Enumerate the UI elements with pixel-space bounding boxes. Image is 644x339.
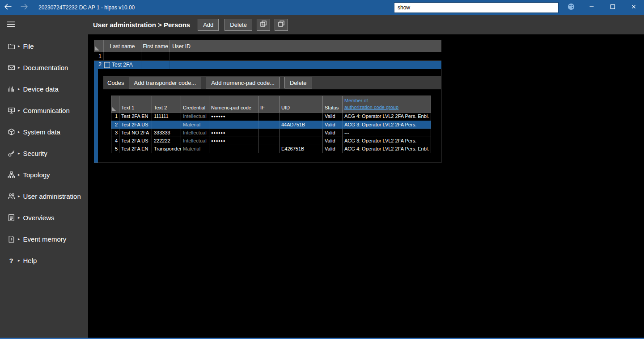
cell-status[interactable]: Valid (323, 121, 343, 129)
cell-text1[interactable]: Test 2FA US (119, 121, 152, 129)
code-row-4[interactable]: 4 Test 2FA US 222222 Intellectual ●●●●●●… (111, 137, 431, 145)
cell-text1[interactable]: Test 2FA US (119, 137, 152, 145)
cell-numeric-pad-code[interactable] (209, 121, 258, 129)
member-link-line2[interactable]: authorization code group (344, 104, 431, 111)
sidebar-item-device-data[interactable]: ▸ Device data (0, 78, 88, 100)
theme-button[interactable] (561, 0, 581, 15)
forward-button[interactable] (16, 0, 32, 15)
cell-credential[interactable]: Intellectual (181, 113, 209, 121)
menu-toggle-button[interactable] (0, 15, 88, 35)
row-number[interactable]: 1 (111, 113, 119, 121)
select-all-corner[interactable] (111, 96, 119, 112)
row-number[interactable]: 4 (111, 137, 119, 145)
row-number[interactable]: 1 (94, 52, 104, 60)
search-input[interactable] (394, 2, 559, 13)
cell-uid[interactable] (280, 129, 323, 137)
delete-code-button[interactable]: Delete (284, 77, 312, 88)
cell-if[interactable] (258, 137, 280, 145)
sidebar-item-file[interactable]: ▸ File (0, 35, 88, 57)
maximize-button[interactable] (602, 0, 623, 15)
sidebar-item-user-administration[interactable]: ▸ User administration (0, 185, 88, 207)
cell-member[interactable]: ACG 4: Operator LVL2 2FA Pers. Enbl. (343, 145, 431, 153)
cell-last-name[interactable]: − Test 2FA (104, 61, 141, 69)
column-header-status[interactable]: Status (323, 96, 343, 112)
row-number[interactable]: 2 (94, 61, 104, 69)
cell-first-name[interactable] (141, 61, 170, 69)
cell-status[interactable]: Valid (323, 113, 343, 121)
cell-member[interactable]: ACG 3: Operator LVL2 2FA Pers. (343, 137, 431, 145)
column-header-user-id[interactable]: User ID (170, 40, 193, 52)
cell-text1[interactable]: Test 2FA EN (119, 113, 152, 121)
sidebar-item-security[interactable]: ▸ Security (0, 142, 88, 164)
cell-credential[interactable]: Intellectual (181, 129, 209, 137)
column-header-numeric-pad-code[interactable]: Numeric-pad code (209, 96, 258, 112)
copy-all-button[interactable] (275, 19, 288, 31)
cell-text2[interactable]: Transponder (152, 145, 181, 153)
add-person-button[interactable]: Add (198, 19, 219, 31)
code-row-5[interactable]: 5 Test 2FA EN Transponder Material E4267… (111, 145, 431, 153)
column-header-last-name[interactable]: Last name (104, 40, 141, 52)
sidebar-item-event-memory[interactable]: ▸ Event memory (0, 228, 88, 250)
cell-numeric-pad-code[interactable]: ●●●●●● (209, 113, 258, 121)
minimize-button[interactable] (581, 0, 602, 15)
cell-numeric-pad-code[interactable] (209, 145, 258, 153)
row-number[interactable]: 5 (111, 145, 119, 153)
persons-row-2[interactable]: 2 − Test 2FA (94, 61, 441, 69)
cell-credential[interactable]: Material (181, 145, 209, 153)
sidebar-item-topology[interactable]: ▸ Topology (0, 164, 88, 185)
cell-text2[interactable]: 222222 (152, 137, 181, 145)
column-header-credential[interactable]: Credential (181, 96, 209, 112)
cell-member[interactable]: ACG 4: Operator LVL2 2FA Pers. Enbl. (343, 113, 431, 121)
cell-text2[interactable]: 333333 (152, 129, 181, 137)
code-row-2[interactable]: 2 Test 2FA US Material 44AD751B Valid AC… (111, 121, 431, 129)
column-header-member-link[interactable]: Member of authorization code group (343, 96, 431, 112)
row-number[interactable]: 2 (111, 121, 119, 129)
cell-uid[interactable]: 44AD751B (280, 121, 323, 129)
cell-user-id[interactable] (170, 52, 193, 60)
select-all-corner[interactable] (94, 40, 104, 52)
cell-text1[interactable]: Test NO 2FA (119, 129, 152, 137)
cell-text1[interactable]: Test 2FA EN (119, 145, 152, 153)
sidebar-item-overviews[interactable]: ▸ Overviews (0, 207, 88, 228)
cell-if[interactable] (258, 113, 280, 121)
cell-if[interactable] (258, 121, 280, 129)
add-numeric-pad-code-button[interactable]: Add numeric-pad code... (206, 77, 280, 88)
close-button[interactable] (623, 0, 644, 15)
column-header-uid[interactable]: UID (280, 96, 323, 112)
cell-if[interactable] (258, 129, 280, 137)
cell-uid[interactable] (280, 113, 323, 121)
cell-status[interactable]: Valid (323, 129, 343, 137)
member-link-line1[interactable]: Member of (344, 97, 431, 104)
column-header-first-name[interactable]: First name (141, 40, 170, 52)
cell-user-id[interactable] (170, 61, 193, 69)
delete-person-button[interactable]: Delete (225, 19, 252, 31)
column-header-text2[interactable]: Text 2 (152, 96, 181, 112)
cell-if[interactable] (258, 145, 280, 153)
sidebar-item-system-data[interactable]: ▸ System data (0, 121, 88, 142)
cell-numeric-pad-code[interactable]: ●●●●●● (209, 137, 258, 145)
cell-credential[interactable]: Material (181, 121, 209, 129)
cell-credential[interactable]: Intellectual (181, 137, 209, 145)
cell-uid[interactable]: E426751B (280, 145, 323, 153)
cell-member[interactable]: ACG 3: Operator LVL2 2FA Pers. (343, 121, 431, 129)
cell-text2[interactable] (152, 121, 181, 129)
cell-status[interactable]: Valid (323, 145, 343, 153)
collapse-row-button[interactable]: − (104, 62, 110, 68)
persons-row-1[interactable]: 1 (94, 52, 441, 61)
tab-codes[interactable]: Codes (103, 80, 129, 86)
cell-last-name[interactable] (104, 52, 141, 60)
code-row-1[interactable]: 1 Test 2FA EN 111111 Intellectual ●●●●●●… (111, 113, 431, 121)
cell-member[interactable]: --- (343, 129, 431, 137)
cell-uid[interactable] (280, 137, 323, 145)
row-number[interactable]: 3 (111, 129, 119, 137)
back-button[interactable] (0, 0, 16, 15)
cell-first-name[interactable] (141, 52, 170, 60)
column-header-if[interactable]: IF (258, 96, 280, 112)
code-row-3[interactable]: 3 Test NO 2FA 333333 Intellectual ●●●●●●… (111, 129, 431, 137)
cell-status[interactable]: Valid (323, 137, 343, 145)
sidebar-item-help[interactable]: ? ▸ Help (0, 250, 88, 271)
cell-text2[interactable]: 111111 (152, 113, 181, 121)
sidebar-item-documentation[interactable]: ▸ Documentation (0, 57, 88, 78)
copy-button[interactable] (257, 19, 270, 31)
add-transponder-code-button[interactable]: Add transponder code... (129, 77, 202, 88)
